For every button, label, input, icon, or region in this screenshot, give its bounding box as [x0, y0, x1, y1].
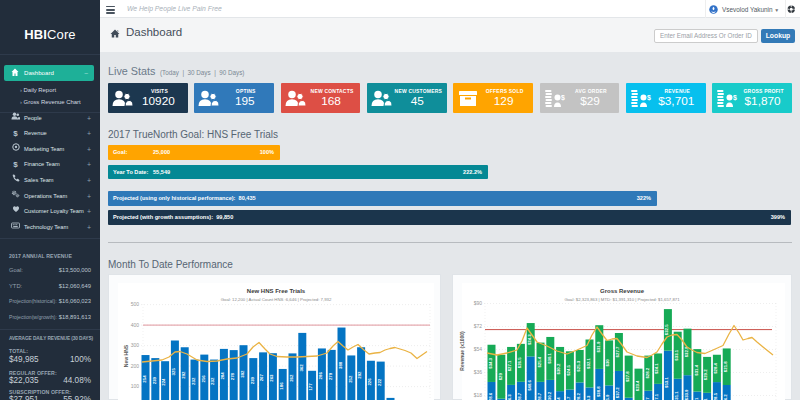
- svg-text:$27.7: $27.7: [615, 346, 620, 357]
- svg-text:$30: $30: [605, 359, 610, 367]
- svg-text:284: 284: [220, 372, 225, 380]
- svg-text:286: 286: [318, 372, 323, 380]
- svg-text:$27.1: $27.1: [507, 360, 512, 371]
- svg-text:$36: $36: [474, 369, 483, 375]
- svg-text:$38.8: $38.8: [596, 386, 601, 397]
- svg-text:263: 263: [269, 374, 274, 382]
- svg-text:$24.3: $24.3: [527, 334, 532, 345]
- svg-text:177: 177: [308, 383, 313, 391]
- svg-text:$26.2: $26.2: [723, 394, 728, 400]
- svg-text:254: 254: [142, 375, 147, 383]
- svg-text:292: 292: [357, 371, 362, 379]
- svg-text:$29: $29: [498, 373, 503, 381]
- svg-text:$24.3: $24.3: [586, 395, 591, 400]
- svg-text:$22.7: $22.7: [566, 396, 571, 400]
- svg-text:Revenue (x1000): Revenue (x1000): [459, 331, 465, 371]
- svg-text:$33.9: $33.9: [684, 389, 689, 400]
- svg-text:$30.2: $30.2: [547, 391, 552, 400]
- svg-text:$31.1: $31.1: [674, 391, 679, 400]
- svg-text:325: 325: [171, 368, 176, 376]
- svg-text:New HNS: New HNS: [123, 344, 129, 367]
- svg-text:$23.4: $23.4: [635, 380, 640, 391]
- svg-text:$37.2: $37.2: [615, 387, 620, 398]
- svg-text:$31.4: $31.4: [694, 364, 699, 375]
- svg-text:$53.1: $53.1: [664, 377, 669, 388]
- svg-text:$24.5: $24.5: [566, 364, 571, 375]
- svg-text:279: 279: [328, 372, 333, 380]
- svg-text:239: 239: [152, 376, 157, 384]
- svg-text:262: 262: [289, 374, 294, 382]
- svg-text:186: 186: [279, 382, 284, 390]
- svg-text:$28.2: $28.2: [576, 393, 581, 400]
- svg-text:$32.5: $32.5: [664, 324, 669, 335]
- svg-text:267: 267: [259, 374, 264, 382]
- svg-text:362: 362: [299, 364, 304, 372]
- svg-text:226: 226: [367, 378, 372, 386]
- svg-text:$28.5: $28.5: [713, 392, 718, 400]
- svg-text:$25.9: $25.9: [605, 394, 610, 400]
- svg-text:$32.1: $32.1: [586, 358, 591, 369]
- svg-text:400: 400: [131, 322, 140, 328]
- svg-text:232: 232: [191, 377, 196, 385]
- svg-text:$33.1: $33.1: [674, 349, 679, 360]
- svg-text:$26.5: $26.5: [517, 357, 522, 368]
- svg-text:222: 222: [377, 378, 382, 386]
- svg-text:$28.7: $28.7: [517, 392, 522, 400]
- svg-text:$48.6: $48.6: [527, 379, 532, 390]
- svg-text:$21.8: $21.8: [723, 361, 728, 372]
- svg-text:Gross Revenue: Gross Revenue: [600, 288, 645, 294]
- svg-text:500: 500: [131, 301, 140, 307]
- svg-text:252: 252: [348, 375, 353, 383]
- svg-text:100: 100: [131, 383, 140, 389]
- svg-text:$27.1: $27.1: [654, 393, 659, 400]
- svg-text:$24.1: $24.1: [654, 363, 659, 374]
- svg-text:$25.4: $25.4: [537, 356, 542, 367]
- svg-text:$28.7: $28.7: [537, 392, 542, 400]
- svg-text:$31.9: $31.9: [596, 341, 601, 352]
- svg-text:Goal: 12,200 | Actual Count: Goal: 12,200 | Actual Count HNS :6,646 |…: [221, 297, 332, 302]
- svg-text:$30.1: $30.1: [547, 352, 552, 363]
- svg-text:302: 302: [240, 370, 245, 378]
- svg-text:$26.3: $26.3: [507, 394, 512, 400]
- svg-text:200: 200: [131, 363, 140, 369]
- svg-text:$28.2: $28.2: [645, 367, 650, 378]
- svg-text:$18: $18: [474, 392, 483, 398]
- svg-text:Goal: $2,323,863 | MTD: $1,3: Goal: $2,323,863 | MTD: $1,391,310 | Pro…: [564, 297, 680, 302]
- svg-text:$28.6: $28.6: [488, 392, 493, 400]
- svg-text:$25.3: $25.3: [576, 360, 581, 371]
- svg-text:232: 232: [210, 377, 215, 385]
- svg-text:$54: $54: [474, 346, 483, 352]
- svg-text:300: 300: [131, 342, 140, 348]
- svg-text:$30.2: $30.2: [556, 363, 561, 374]
- svg-text:New HNS Free Trials: New HNS Free Trials: [247, 288, 306, 294]
- svg-text:$72: $72: [474, 323, 483, 329]
- svg-text:$29.2: $29.2: [703, 369, 708, 380]
- svg-text:$27.8: $27.8: [625, 371, 630, 382]
- svg-text:256: 256: [201, 375, 206, 383]
- svg-text:388: 388: [338, 361, 343, 369]
- svg-text:$28.4: $28.4: [713, 362, 718, 373]
- svg-text:$34.3: $34.3: [488, 357, 493, 368]
- svg-text:$90: $90: [474, 300, 483, 306]
- svg-text:224: 224: [161, 378, 166, 386]
- svg-text:292: 292: [181, 371, 186, 379]
- svg-text:239: 239: [250, 376, 255, 384]
- svg-text:278: 278: [230, 372, 235, 380]
